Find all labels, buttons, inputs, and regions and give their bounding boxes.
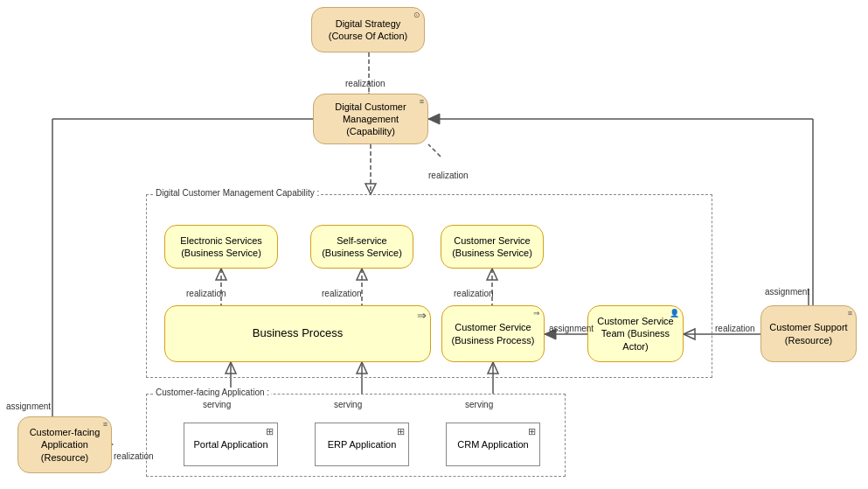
svg-line-2 [428, 144, 441, 157]
self-service-label: Self-service (Business Service) [316, 231, 407, 263]
customer-service-bp-icon: ⇒ [533, 309, 540, 318]
business-process-icon: ⇒ [417, 309, 427, 322]
customer-support-label: Customer Support (Resource) [764, 318, 852, 350]
customer-service-bs-node: Customer Service (Business Service) [441, 225, 544, 269]
resource-icon: ≡ [103, 420, 108, 429]
electronic-services-label: Electronic Services (Business Service) [175, 231, 267, 263]
serving-label-3: serving [465, 400, 493, 409]
architecture-diagram: Digital Customer Management Capability :… [0, 0, 868, 489]
realization-label-3: realization [186, 289, 226, 298]
portal-application-node: ⊞ Portal Application [184, 423, 278, 466]
realization-label-7: realization [114, 451, 154, 461]
self-service-node: Self-service (Business Service) [310, 225, 413, 269]
realization-label-1: realization [345, 79, 385, 88]
serving-label-2: serving [334, 400, 362, 409]
business-process-node: ⇒ Business Process [164, 305, 431, 362]
crm-icon: ⊞ [528, 426, 536, 437]
business-process-label: Business Process [247, 323, 348, 345]
erp-application-label: ERP Application [323, 435, 402, 454]
electronic-services-node: Electronic Services (Business Service) [164, 225, 278, 269]
assignment-label-1: assignment [765, 287, 809, 297]
realization-label-5: realization [454, 289, 494, 298]
customer-facing-app-resource-node: ≡ Customer-facing Application (Resource) [17, 416, 112, 473]
realization-label-4: realization [322, 289, 362, 298]
serving-label-1: serving [203, 400, 231, 409]
customer-service-team-node: 👤 Customer Service Team (Business Actor) [587, 305, 684, 362]
portal-application-label: Portal Application [189, 435, 274, 454]
customer-facing-app-resource-label: Customer-facing Application (Resource) [24, 423, 106, 467]
team-icon: 👤 [670, 309, 679, 318]
customer-service-bs-label: Customer Service (Business Service) [447, 231, 538, 263]
digital-strategy-node: ⊙ Digital Strategy (Course Of Action) [311, 7, 425, 52]
customer-support-icon: ≡ [848, 309, 852, 318]
assignment-label-2: assignment [549, 324, 594, 333]
customer-support-node: ≡ Customer Support (Resource) [760, 305, 857, 362]
strategy-icon: ⊙ [413, 10, 420, 19]
customer-service-bp-label: Customer Service (Business Process) [447, 318, 540, 350]
svg-marker-7 [365, 184, 376, 194]
digital-customer-mgmt-label: Digital Customer Management (Capability) [330, 97, 411, 142]
customer-service-team-label: Customer Service Team (Business Actor) [592, 311, 678, 356]
crm-application-node: ⊞ CRM Application [446, 423, 540, 466]
realization-label-6: realization [715, 324, 755, 333]
svg-marker-5 [428, 114, 440, 124]
erp-application-node: ⊞ ERP Application [315, 423, 409, 466]
digital-mgmt-group-label: Digital Customer Management Capability : [154, 188, 321, 198]
assignment-label-3: assignment [6, 402, 51, 411]
customer-facing-app-group-label: Customer-facing Application : [154, 388, 271, 397]
digital-strategy-label: Digital Strategy (Course Of Action) [323, 14, 413, 46]
customer-service-bp-node: ⇒ Customer Service (Business Process) [441, 305, 545, 362]
portal-icon: ⊞ [266, 426, 274, 437]
digital-customer-mgmt-node: ≡ Digital Customer Management (Capabilit… [313, 94, 428, 144]
capability-icon: ≡ [420, 97, 424, 106]
crm-application-label: CRM Application [452, 435, 533, 454]
realization-label-2: realization [428, 171, 469, 180]
erp-icon: ⊞ [397, 426, 405, 437]
